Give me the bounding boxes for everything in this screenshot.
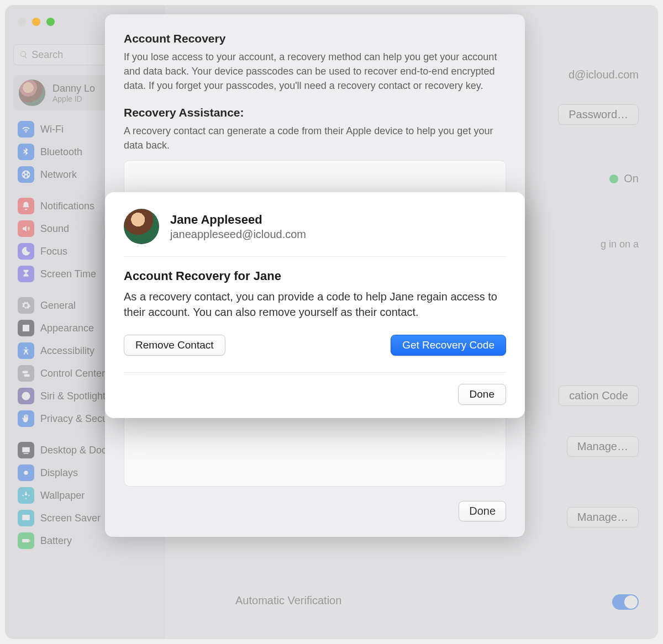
recovery-contact-modal: Jane Appleseed janeappleseed@icloud.com …	[105, 192, 525, 418]
modal-done-button[interactable]: Done	[458, 384, 506, 405]
close-window-button[interactable]	[18, 18, 26, 26]
system-settings-window: Danny Lo Apple ID Wi-FiBluetoothNetworkN…	[6, 6, 657, 638]
zoom-window-button[interactable]	[46, 18, 55, 26]
modal-contact-avatar	[124, 209, 159, 244]
minimize-window-button[interactable]	[32, 18, 40, 26]
recovery-assistance-description: A recovery contact can generate a code f…	[124, 124, 506, 152]
account-recovery-description: If you lose access to your account, a re…	[124, 50, 506, 93]
modal-contact-name: Jane Appleseed	[170, 213, 306, 227]
get-recovery-code-button[interactable]: Get Recovery Code	[391, 335, 506, 356]
sheet-done-button[interactable]: Done	[459, 501, 506, 521]
window-controls	[18, 18, 55, 26]
recovery-assistance-title: Recovery Assistance:	[124, 106, 506, 119]
modal-description: As a recovery contact, you can provide a…	[124, 289, 506, 320]
account-recovery-title: Account Recovery	[124, 32, 506, 45]
modal-contact-email: janeappleseed@icloud.com	[170, 228, 306, 241]
remove-contact-button[interactable]: Remove Contact	[124, 335, 225, 356]
modal-title: Account Recovery for Jane	[124, 269, 506, 283]
